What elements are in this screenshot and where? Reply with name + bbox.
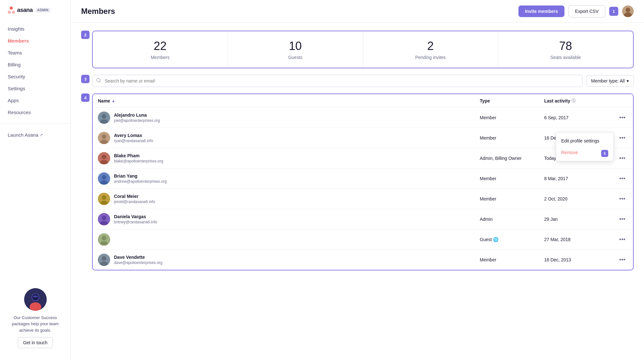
th-name[interactable]: Name ▲	[98, 98, 480, 103]
more-actions-coral: •••	[609, 194, 628, 204]
more-actions-brian: •••	[609, 174, 628, 183]
stat-members-value: 22	[99, 39, 221, 53]
sidebar-item-billing[interactable]: Billing	[0, 59, 71, 71]
th-type: Type	[480, 98, 544, 103]
more-button-coral[interactable]: •••	[617, 194, 628, 204]
member-info-alejandro: Alejandro Luna joel@apolloenterprises.or…	[98, 112, 480, 124]
member-row-dave: Dave Vendette dave@apolloenterprises.org…	[93, 250, 633, 270]
type-coral: Member	[480, 196, 544, 201]
more-button-brian[interactable]: •••	[617, 174, 628, 183]
activity-brian: 8 Mar, 2017	[544, 176, 609, 181]
get-in-touch-button[interactable]: Get in touch	[18, 337, 53, 348]
sidebar-item-settings[interactable]: Settings	[0, 83, 71, 94]
more-button-7[interactable]: •••	[617, 235, 628, 244]
logo-dot-left	[8, 11, 11, 14]
search-wrapper	[92, 75, 582, 87]
step-3-badge: 3	[81, 75, 90, 83]
stat-pending-label: Pending invites	[370, 55, 492, 60]
more-button-avery[interactable]: •••	[617, 133, 628, 143]
th-actions	[609, 98, 628, 103]
svg-point-9	[102, 114, 106, 119]
remove-member-item[interactable]: Remove 5	[556, 147, 613, 158]
sidebar-item-teams[interactable]: Teams	[0, 47, 71, 59]
edit-profile-settings-item[interactable]: Edit profile settings	[556, 135, 613, 147]
notification-badge[interactable]: 1	[609, 7, 618, 16]
more-button-daniela[interactable]: •••	[617, 215, 628, 224]
user-avatar-svg	[622, 5, 634, 17]
sidebar-item-security[interactable]: Security	[0, 71, 71, 83]
admin-badge: ADMIN	[35, 8, 51, 13]
member-type-filter[interactable]: Member type: All ▾	[586, 75, 634, 87]
type-avery: Member	[480, 135, 544, 141]
sidebar-item-resources[interactable]: Resources	[0, 106, 71, 118]
sidebar-item-members[interactable]: Members	[0, 35, 71, 47]
search-input[interactable]	[92, 75, 582, 87]
member-details-avery: Avery Lomax ryan@randasana6.info	[114, 133, 153, 143]
step-4-badge: 4	[81, 93, 90, 102]
svg-point-24	[102, 216, 106, 220]
stat-seats-label: Seats available	[505, 55, 627, 60]
export-csv-button[interactable]: Export CSV	[568, 5, 605, 17]
stat-pending: 2 Pending invites	[363, 31, 498, 68]
more-actions-alejandro: •••	[609, 113, 628, 122]
invite-members-button[interactable]: Invite members	[518, 5, 564, 17]
more-button-blake[interactable]: •••	[617, 154, 628, 163]
member-info-brian: Brian Yang andrew@apolloenterprises.org	[98, 172, 480, 185]
svg-point-27	[102, 236, 106, 240]
cs-avatar-svg	[24, 288, 47, 311]
logo-dots	[8, 6, 15, 14]
sidebar: asana ADMIN Insights Members Teams Billi…	[0, 0, 71, 361]
member-row-daniela: Daniela Vargas britney@randasana6.info A…	[93, 209, 633, 229]
member-row-avery: Avery Lomax ryan@randasana6.info Member …	[93, 128, 633, 148]
stat-seats-value: 78	[505, 39, 627, 53]
more-actions-dave: •••	[609, 255, 628, 265]
user-avatar[interactable]	[622, 5, 634, 17]
asana-logo: asana	[8, 6, 33, 14]
content-area: 2 22 Members 10 Guests 2 Pending invites	[71, 23, 644, 361]
sidebar-bottom: Our Customer Success packages help your …	[0, 282, 71, 355]
member-details-blake: Blake Pham blake@apolloenterprises.org	[114, 153, 163, 163]
table-header: Name ▲ Type Last activity ⓘ	[93, 94, 633, 108]
step-5-badge: 5	[601, 150, 608, 157]
type-brian: Member	[480, 176, 544, 181]
stat-guests-value: 10	[234, 39, 356, 53]
context-menu: Edit profile settings Remove 5	[556, 132, 614, 161]
stat-members-label: Members	[99, 55, 221, 60]
stat-members: 22 Members	[93, 31, 228, 68]
member-details-alejandro: Alejandro Luna joel@apolloenterprises.or…	[114, 112, 160, 123]
avatar-brian	[98, 172, 110, 185]
svg-point-18	[102, 175, 106, 180]
step-2-badge: 2	[81, 31, 90, 39]
type-7: Guest 🌐	[480, 237, 544, 242]
member-details-dave: Dave Vendette dave@apolloenterprises.org	[114, 255, 162, 265]
stats-container: 22 Members 10 Guests 2 Pending invites 7…	[92, 31, 634, 68]
members-table: Name ▲ Type Last activity ⓘ	[92, 93, 634, 270]
cs-description: Our Customer Success packages help your …	[8, 315, 63, 334]
member-info-daniela: Daniela Vargas britney@randasana6.info	[98, 213, 480, 225]
search-row: 3 Member type: All ▾	[81, 75, 634, 87]
chevron-down-icon: ▾	[627, 78, 629, 83]
logo-text: asana	[17, 7, 33, 14]
member-info-dave: Dave Vendette dave@apolloenterprises.org	[98, 254, 480, 266]
sidebar-item-launch[interactable]: Launch Asana ↗	[0, 129, 71, 141]
avatar-7	[98, 233, 110, 246]
member-details-coral: Coral Meier jerold@randasana6.info	[114, 194, 155, 204]
sidebar-item-insights[interactable]: Insights	[0, 23, 71, 35]
sidebar-item-apps[interactable]: Apps	[0, 94, 71, 106]
avatar-alejandro	[98, 112, 110, 124]
type-blake: Admin, Billing Owner	[480, 156, 544, 161]
member-info-coral: Coral Meier jerold@randasana6.info	[98, 193, 480, 205]
activity-7: 27 Mar, 2018	[544, 237, 609, 242]
globe-icon: 🌐	[493, 237, 498, 242]
main-content: Members Invite members Export CSV 1	[71, 0, 644, 361]
member-row-blake: Blake Pham blake@apolloenterprises.org A…	[93, 148, 633, 169]
more-button-alejandro[interactable]: •••	[617, 113, 628, 122]
more-button-dave[interactable]: •••	[617, 255, 628, 265]
type-daniela: Admin	[480, 217, 544, 222]
type-dave: Member	[480, 257, 544, 262]
activity-alejandro: 6 Sep, 2017	[544, 115, 609, 120]
member-info-blake: Blake Pham blake@apolloenterprises.org	[98, 152, 480, 164]
svg-point-12	[102, 134, 106, 139]
stat-guests: 10 Guests	[228, 31, 363, 68]
info-icon: ⓘ	[572, 98, 575, 103]
